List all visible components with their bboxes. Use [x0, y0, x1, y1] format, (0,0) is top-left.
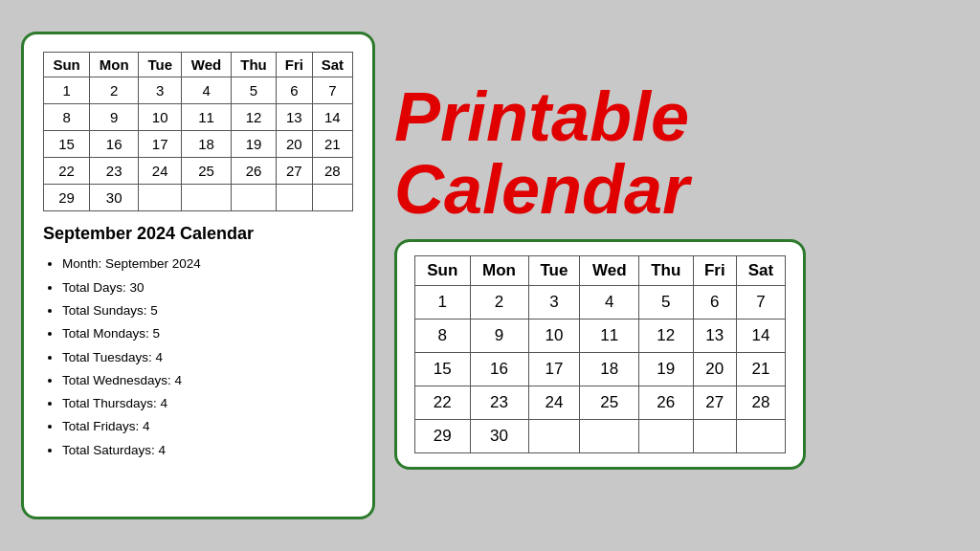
calendar-cell: 27 — [693, 386, 736, 420]
calendar-cell: 22 — [415, 386, 471, 420]
calendar-cell: 7 — [312, 77, 352, 104]
left-cal-header-fri: Fri — [277, 53, 312, 77]
left-card: SunMonTueWedThuFriSat 123456789101112131… — [21, 32, 375, 519]
calendar-cell: 30 — [470, 420, 528, 453]
calendar-cell — [182, 185, 232, 211]
left-calendar-table: SunMonTueWedThuFriSat 123456789101112131… — [43, 52, 353, 211]
calendar-cell: 21 — [312, 131, 352, 158]
left-cal-header-tue: Tue — [139, 53, 182, 77]
calendar-cell: 20 — [277, 131, 312, 158]
calendar-cell: 1 — [44, 77, 90, 104]
calendar-cell: 20 — [693, 353, 736, 386]
calendar-cell: 19 — [231, 131, 276, 158]
calendar-cell: 13 — [693, 320, 736, 353]
calendar-cell: 6 — [693, 286, 736, 320]
calendar-cell: 24 — [139, 158, 182, 185]
calendar-cell: 7 — [736, 286, 785, 320]
list-item: Total Wednesdays: 4 — [62, 369, 353, 392]
calendar-cell: 5 — [231, 77, 276, 104]
calendar-cell: 10 — [139, 104, 182, 131]
calendar-cell: 9 — [470, 320, 528, 353]
calendar-cell: 3 — [139, 77, 182, 104]
list-item: Total Fridays: 4 — [62, 415, 353, 438]
table-row: 15161718192021 — [44, 131, 353, 158]
calendar-cell: 17 — [528, 353, 580, 386]
right-side: Printable Calendar SunMonTueWedThuFriSat… — [394, 81, 959, 470]
info-heading: September 2024 Calendar — [43, 223, 353, 245]
calendar-cell: 22 — [44, 158, 90, 185]
calendar-cell: 3 — [528, 286, 580, 320]
calendar-cell: 28 — [312, 158, 352, 185]
calendar-cell: 1 — [415, 286, 471, 320]
calendar-cell: 15 — [44, 131, 90, 158]
table-row: 891011121314 — [44, 104, 353, 131]
calendar-cell: 5 — [639, 286, 693, 320]
list-item: Total Days: 30 — [62, 276, 353, 299]
info-bullets-list: Month: September 2024Total Days: 30Total… — [43, 253, 353, 462]
calendar-cell — [312, 185, 352, 211]
calendar-cell — [639, 420, 693, 453]
table-row: 2930 — [44, 185, 353, 211]
list-item: Total Tuesdays: 4 — [62, 346, 353, 369]
right-cal-header-thu: Thu — [639, 256, 693, 286]
calendar-cell — [736, 420, 785, 453]
calendar-cell: 6 — [277, 77, 312, 104]
calendar-cell: 9 — [90, 104, 139, 131]
calendar-cell: 18 — [182, 131, 232, 158]
calendar-cell: 23 — [90, 158, 139, 185]
calendar-cell: 14 — [736, 320, 785, 353]
table-row: 1234567 — [415, 286, 786, 320]
table-row: 891011121314 — [415, 320, 786, 353]
calendar-cell: 23 — [470, 386, 528, 420]
right-cal-header-fri: Fri — [693, 256, 736, 286]
calendar-cell: 17 — [139, 131, 182, 158]
calendar-cell: 8 — [44, 104, 90, 131]
calendar-cell: 2 — [470, 286, 528, 320]
info-section: September 2024 Calendar Month: September… — [43, 223, 353, 462]
left-cal-header-mon: Mon — [90, 53, 139, 77]
title-block: Printable Calendar — [394, 81, 689, 226]
right-cal-header-wed: Wed — [580, 256, 639, 286]
calendar-cell: 29 — [415, 420, 471, 453]
calendar-cell: 19 — [639, 353, 693, 386]
calendar-cell: 26 — [231, 158, 276, 185]
main-container: SunMonTueWedThuFriSat 123456789101112131… — [21, 15, 959, 537]
right-card: SunMonTueWedThuFriSat 123456789101112131… — [394, 239, 806, 470]
table-row: 15161718192021 — [415, 353, 786, 386]
left-cal-header-wed: Wed — [182, 53, 232, 77]
calendar-cell: 10 — [528, 320, 580, 353]
calendar-cell: 11 — [182, 104, 232, 131]
right-calendar-table: SunMonTueWedThuFriSat 123456789101112131… — [414, 255, 786, 453]
calendar-cell: 8 — [415, 320, 471, 353]
calendar-cell: 4 — [182, 77, 232, 104]
list-item: Total Mondays: 5 — [62, 322, 353, 345]
right-cal-header-sun: Sun — [415, 256, 471, 286]
calendar-cell: 11 — [580, 320, 639, 353]
calendar-cell: 12 — [639, 320, 693, 353]
calendar-cell: 25 — [580, 386, 639, 420]
left-cal-header-sun: Sun — [44, 53, 90, 77]
calendar-cell — [277, 185, 312, 211]
calendar-cell: 24 — [528, 386, 580, 420]
list-item: Total Sundays: 5 — [62, 299, 353, 322]
calendar-cell: 4 — [580, 286, 639, 320]
calendar-cell — [231, 185, 276, 211]
right-cal-header-mon: Mon — [470, 256, 528, 286]
left-cal-header-thu: Thu — [231, 53, 276, 77]
calendar-cell: 13 — [277, 104, 312, 131]
calendar-cell: 28 — [736, 386, 785, 420]
right-cal-header-tue: Tue — [528, 256, 580, 286]
calendar-cell: 12 — [231, 104, 276, 131]
table-row: 2930 — [415, 420, 786, 453]
right-cal-header-sat: Sat — [736, 256, 785, 286]
table-row: 22232425262728 — [44, 158, 353, 185]
calendar-cell: 2 — [90, 77, 139, 104]
list-item: Total Saturdays: 4 — [62, 439, 353, 462]
title-line1: Printable — [394, 81, 689, 154]
title-line2: Calendar — [394, 154, 689, 227]
calendar-cell: 16 — [90, 131, 139, 158]
calendar-cell: 27 — [277, 158, 312, 185]
calendar-cell: 15 — [415, 353, 471, 386]
calendar-cell: 18 — [580, 353, 639, 386]
calendar-cell: 26 — [639, 386, 693, 420]
